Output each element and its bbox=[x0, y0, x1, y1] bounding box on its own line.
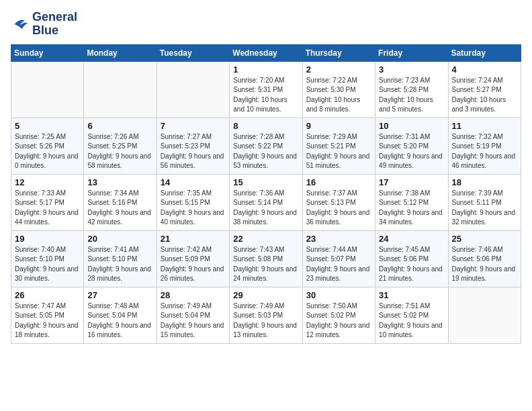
day-number: 19 bbox=[15, 234, 80, 244]
calendar-cell: 14Sunrise: 7:35 AMSunset: 5:15 PMDayligh… bbox=[157, 174, 229, 230]
weekday-header-thursday: Thursday bbox=[302, 44, 375, 61]
day-number: 17 bbox=[379, 177, 444, 187]
day-number: 18 bbox=[452, 177, 517, 187]
day-info: Sunrise: 7:46 AMSunset: 5:06 PMDaylight:… bbox=[452, 245, 517, 284]
weekday-header-monday: Monday bbox=[84, 44, 157, 61]
day-info: Sunrise: 7:28 AMSunset: 5:22 PMDaylight:… bbox=[233, 132, 298, 171]
day-info: Sunrise: 7:49 AMSunset: 5:04 PMDaylight:… bbox=[161, 302, 226, 340]
weekday-header-saturday: Saturday bbox=[448, 44, 521, 61]
day-info: Sunrise: 7:23 AMSunset: 5:28 PMDaylight:… bbox=[379, 76, 444, 115]
calendar-cell: 12Sunrise: 7:33 AMSunset: 5:17 PMDayligh… bbox=[11, 174, 84, 230]
day-info: Sunrise: 7:42 AMSunset: 5:09 PMDaylight:… bbox=[161, 245, 226, 284]
day-number: 27 bbox=[87, 290, 152, 300]
day-info: Sunrise: 7:39 AMSunset: 5:11 PMDaylight:… bbox=[452, 189, 517, 228]
weekday-header-wednesday: Wednesday bbox=[230, 44, 302, 61]
calendar-cell: 22Sunrise: 7:43 AMSunset: 5:08 PMDayligh… bbox=[230, 230, 302, 287]
calendar-cell: 23Sunrise: 7:44 AMSunset: 5:07 PMDayligh… bbox=[302, 230, 375, 287]
calendar-cell: 30Sunrise: 7:50 AMSunset: 5:02 PMDayligh… bbox=[302, 287, 375, 343]
day-info: Sunrise: 7:38 AMSunset: 5:12 PMDaylight:… bbox=[379, 189, 444, 228]
day-info: Sunrise: 7:35 AMSunset: 5:15 PMDaylight:… bbox=[161, 189, 226, 228]
calendar-cell: 11Sunrise: 7:32 AMSunset: 5:19 PMDayligh… bbox=[448, 118, 521, 174]
day-info: Sunrise: 7:25 AMSunset: 5:26 PMDaylight:… bbox=[15, 132, 80, 171]
logo: General Blue bbox=[11, 11, 77, 38]
calendar-cell: 28Sunrise: 7:49 AMSunset: 5:04 PMDayligh… bbox=[157, 287, 229, 343]
day-number: 8 bbox=[233, 121, 298, 131]
calendar-cell: 10Sunrise: 7:31 AMSunset: 5:20 PMDayligh… bbox=[375, 118, 448, 174]
day-info: Sunrise: 7:26 AMSunset: 5:25 PMDaylight:… bbox=[87, 132, 152, 171]
day-number: 24 bbox=[379, 234, 444, 244]
calendar-cell: 5Sunrise: 7:25 AMSunset: 5:26 PMDaylight… bbox=[11, 118, 84, 174]
day-number: 9 bbox=[306, 121, 371, 131]
day-info: Sunrise: 7:50 AMSunset: 5:02 PMDaylight:… bbox=[306, 302, 371, 340]
logo-icon bbox=[11, 15, 30, 34]
calendar-cell bbox=[157, 61, 229, 118]
calendar-cell: 16Sunrise: 7:37 AMSunset: 5:13 PMDayligh… bbox=[302, 174, 375, 230]
day-info: Sunrise: 7:43 AMSunset: 5:08 PMDaylight:… bbox=[233, 245, 298, 284]
calendar-cell: 13Sunrise: 7:34 AMSunset: 5:16 PMDayligh… bbox=[84, 174, 157, 230]
day-number: 13 bbox=[87, 177, 152, 187]
calendar-cell: 24Sunrise: 7:45 AMSunset: 5:06 PMDayligh… bbox=[375, 230, 448, 287]
calendar-cell: 27Sunrise: 7:48 AMSunset: 5:04 PMDayligh… bbox=[84, 287, 157, 343]
day-number: 21 bbox=[161, 234, 226, 244]
day-number: 23 bbox=[306, 234, 371, 244]
calendar-table: SundayMondayTuesdayWednesdayThursdayFrid… bbox=[11, 44, 521, 344]
day-info: Sunrise: 7:37 AMSunset: 5:13 PMDaylight:… bbox=[306, 189, 371, 228]
calendar-cell: 3Sunrise: 7:23 AMSunset: 5:28 PMDaylight… bbox=[375, 61, 448, 118]
day-number: 31 bbox=[379, 290, 444, 300]
weekday-header-friday: Friday bbox=[375, 44, 448, 61]
calendar-cell bbox=[448, 287, 521, 343]
weekday-header-tuesday: Tuesday bbox=[157, 44, 229, 61]
calendar-cell: 9Sunrise: 7:29 AMSunset: 5:21 PMDaylight… bbox=[302, 118, 375, 174]
calendar-cell: 19Sunrise: 7:40 AMSunset: 5:10 PMDayligh… bbox=[11, 230, 84, 287]
day-info: Sunrise: 7:32 AMSunset: 5:19 PMDaylight:… bbox=[452, 132, 517, 171]
day-info: Sunrise: 7:33 AMSunset: 5:17 PMDaylight:… bbox=[15, 189, 80, 228]
day-number: 4 bbox=[452, 64, 517, 75]
calendar-cell: 15Sunrise: 7:36 AMSunset: 5:14 PMDayligh… bbox=[230, 174, 302, 230]
day-number: 22 bbox=[233, 234, 298, 244]
calendar-cell: 20Sunrise: 7:41 AMSunset: 5:10 PMDayligh… bbox=[84, 230, 157, 287]
day-info: Sunrise: 7:48 AMSunset: 5:04 PMDaylight:… bbox=[87, 302, 152, 340]
day-info: Sunrise: 7:45 AMSunset: 5:06 PMDaylight:… bbox=[379, 245, 444, 284]
calendar-cell: 6Sunrise: 7:26 AMSunset: 5:25 PMDaylight… bbox=[84, 118, 157, 174]
calendar-cell: 29Sunrise: 7:49 AMSunset: 5:03 PMDayligh… bbox=[230, 287, 302, 343]
calendar-cell bbox=[11, 61, 84, 118]
day-info: Sunrise: 7:40 AMSunset: 5:10 PMDaylight:… bbox=[15, 245, 80, 284]
day-number: 20 bbox=[87, 234, 152, 244]
day-info: Sunrise: 7:24 AMSunset: 5:27 PMDaylight:… bbox=[452, 76, 517, 115]
calendar-cell: 7Sunrise: 7:27 AMSunset: 5:23 PMDaylight… bbox=[157, 118, 229, 174]
day-number: 12 bbox=[15, 177, 80, 187]
calendar-cell: 31Sunrise: 7:51 AMSunset: 5:02 PMDayligh… bbox=[375, 287, 448, 343]
day-info: Sunrise: 7:29 AMSunset: 5:21 PMDaylight:… bbox=[306, 132, 371, 171]
day-number: 1 bbox=[233, 64, 298, 75]
day-info: Sunrise: 7:51 AMSunset: 5:02 PMDaylight:… bbox=[379, 302, 444, 340]
weekday-header-sunday: Sunday bbox=[11, 44, 84, 61]
day-number: 14 bbox=[161, 177, 226, 187]
logo-text: General Blue bbox=[32, 11, 77, 38]
calendar-cell: 18Sunrise: 7:39 AMSunset: 5:11 PMDayligh… bbox=[448, 174, 521, 230]
day-info: Sunrise: 7:34 AMSunset: 5:16 PMDaylight:… bbox=[87, 189, 152, 228]
calendar-cell: 2Sunrise: 7:22 AMSunset: 5:30 PMDaylight… bbox=[302, 61, 375, 118]
day-info: Sunrise: 7:41 AMSunset: 5:10 PMDaylight:… bbox=[87, 245, 152, 284]
day-info: Sunrise: 7:22 AMSunset: 5:30 PMDaylight:… bbox=[306, 76, 371, 115]
day-number: 26 bbox=[15, 290, 80, 300]
calendar-cell: 4Sunrise: 7:24 AMSunset: 5:27 PMDaylight… bbox=[448, 61, 521, 118]
calendar-cell: 25Sunrise: 7:46 AMSunset: 5:06 PMDayligh… bbox=[448, 230, 521, 287]
day-number: 15 bbox=[233, 177, 298, 187]
day-info: Sunrise: 7:49 AMSunset: 5:03 PMDaylight:… bbox=[233, 302, 298, 340]
day-number: 29 bbox=[233, 290, 298, 300]
day-number: 5 bbox=[15, 121, 80, 131]
day-number: 28 bbox=[161, 290, 226, 300]
day-info: Sunrise: 7:31 AMSunset: 5:20 PMDaylight:… bbox=[379, 132, 444, 171]
calendar-cell: 21Sunrise: 7:42 AMSunset: 5:09 PMDayligh… bbox=[157, 230, 229, 287]
calendar-cell bbox=[84, 61, 157, 118]
day-number: 16 bbox=[306, 177, 371, 187]
day-info: Sunrise: 7:20 AMSunset: 5:31 PMDaylight:… bbox=[233, 76, 298, 115]
day-number: 6 bbox=[87, 121, 152, 131]
day-info: Sunrise: 7:44 AMSunset: 5:07 PMDaylight:… bbox=[306, 245, 371, 284]
page-header: General Blue bbox=[11, 11, 521, 38]
day-info: Sunrise: 7:36 AMSunset: 5:14 PMDaylight:… bbox=[233, 189, 298, 228]
day-number: 25 bbox=[452, 234, 517, 244]
day-number: 7 bbox=[161, 121, 226, 131]
day-info: Sunrise: 7:27 AMSunset: 5:23 PMDaylight:… bbox=[161, 132, 226, 171]
calendar-cell: 8Sunrise: 7:28 AMSunset: 5:22 PMDaylight… bbox=[230, 118, 302, 174]
